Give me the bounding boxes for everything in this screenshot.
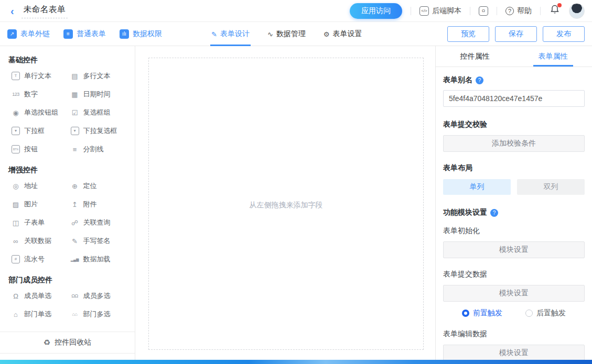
control-multi-select[interactable]: ▾下拉复选框: [71, 126, 130, 136]
post-trigger-radio[interactable]: 后置触发: [525, 308, 566, 318]
help-label: 帮助: [517, 6, 532, 16]
radio-icon: ◉: [12, 108, 20, 117]
control-department-multi[interactable]: ⌂⌂部门多选: [71, 310, 130, 319]
tab-form-design[interactable]: ✎ 表单设计: [211, 22, 250, 46]
mode-external-link[interactable]: ↗ 表单外链: [7, 29, 50, 39]
control-attachment[interactable]: ↥附件: [71, 200, 130, 209]
backend-script-button[interactable]: </> 后端脚本: [419, 6, 461, 16]
back-icon[interactable]: ‹: [10, 6, 14, 16]
mode-normal-form[interactable]: ≡ 普通表单: [63, 29, 106, 39]
control-sub-form[interactable]: ◫子表单: [12, 218, 71, 227]
tab-form-settings[interactable]: ⚙ 表单设置: [324, 22, 362, 46]
control-member-single[interactable]: Ω成员单选: [12, 291, 71, 301]
enhanced-controls-grid: ◎地址 ⊕定位 ▨图片 ↥附件 ◫子表单 ☍关联查询 ∞关联数据 ✎手写签名 #…: [0, 180, 135, 273]
toolbar: ↗ 表单外链 ≡ 普通表单 ılı 数据权限 ✎ 表单设计 ∿ 数据管理 ⚙ 表…: [0, 22, 592, 46]
form-title[interactable]: 未命名表单: [21, 3, 68, 18]
people-icon: ΩΩ: [71, 292, 79, 300]
app-access-button[interactable]: 应用访问: [350, 3, 402, 19]
member-controls-grid: Ω成员单选 ΩΩ成员多选 ⌂部门单选 ⌂⌂部门多选: [0, 290, 135, 328]
code-icon: </>: [419, 6, 429, 16]
recycle-icon: ♻: [44, 338, 50, 347]
help-icon: ?: [505, 7, 514, 15]
alias-help-icon[interactable]: ?: [476, 76, 483, 84]
person-icon: Ω: [12, 292, 20, 300]
layout-double-column-button[interactable]: 双列: [517, 179, 585, 195]
section-title-member-controls: 部门成员控件: [0, 273, 135, 290]
document-icon: ≡: [63, 29, 73, 39]
top-bar: ‹ 未命名表单 应用访问 </> 后端脚本 Ω ? 帮助: [0, 0, 592, 22]
chart-icon: ▂▄▆: [71, 255, 79, 263]
form-init-module-button[interactable]: 模块设置: [443, 241, 585, 258]
control-image[interactable]: ▨图片: [12, 200, 71, 209]
calendar-icon: ▦: [71, 90, 79, 98]
center-tabs: ✎ 表单设计 ∿ 数据管理 ⚙ 表单设置: [211, 22, 362, 46]
control-radio-group[interactable]: ◉单选按钮组: [12, 108, 71, 117]
help-button[interactable]: ? 帮助: [505, 6, 532, 16]
drop-zone[interactable]: 从左侧拖拽来添加字段: [148, 58, 424, 350]
add-validation-button[interactable]: 添加校验条件: [443, 135, 585, 152]
single-line-text-icon: T: [12, 72, 20, 80]
form-canvas[interactable]: 从左侧拖拽来添加字段: [135, 46, 435, 360]
upload-icon: ↥: [71, 200, 79, 208]
section-title-basic-controls: 基础控件: [0, 53, 135, 70]
mode-data-permission[interactable]: ılı 数据权限: [120, 29, 162, 39]
separator: [411, 7, 411, 15]
panel-body: 表单别名 ? 表单提交校验 添加校验条件 表单布局 单列 双列 功能模块设置 ?…: [436, 67, 592, 360]
control-serial-number[interactable]: #流水号: [12, 255, 71, 264]
control-select[interactable]: ▾下拉框: [12, 126, 71, 136]
tab-control-properties[interactable]: 控件属性: [436, 46, 514, 67]
layout-segment: 单列 双列: [443, 179, 585, 195]
form-edit-module-button[interactable]: 模块设置: [443, 345, 585, 360]
control-number[interactable]: 123数字: [12, 90, 71, 99]
form-init-label: 表单初始化: [443, 226, 585, 236]
data-management-icon: ∿: [267, 30, 273, 38]
layout-single-column-button[interactable]: 单列: [443, 179, 511, 195]
properties-panel: 控件属性 表单属性 表单别名 ? 表单提交校验 添加校验条件 表单布局 单列 双…: [435, 46, 592, 360]
control-member-multi[interactable]: ΩΩ成员多选: [71, 291, 130, 301]
department-icon: ⌂: [12, 310, 20, 318]
form-alias-input[interactable]: [443, 90, 585, 107]
radio-selected-icon: [462, 310, 469, 317]
form-settings-icon: ⚙: [324, 30, 330, 38]
control-single-line-text[interactable]: T单行文本: [12, 71, 71, 81]
pre-trigger-radio[interactable]: 前置触发: [462, 308, 502, 318]
form-submit-module-button[interactable]: 模块设置: [443, 285, 585, 302]
user-avatar[interactable]: [569, 3, 585, 19]
form-design-icon: ✎: [211, 30, 217, 38]
control-multi-line-text[interactable]: ▤多行文本: [71, 71, 130, 81]
tab-label: 表单设置: [332, 29, 362, 39]
separator: [540, 7, 541, 15]
module-settings-help-icon[interactable]: ?: [490, 209, 498, 217]
form-submit-trigger-group: 前置触发 后置触发: [443, 308, 585, 318]
form-designer-page: ‹ 未命名表单 应用访问 </> 后端脚本 Ω ? 帮助 ↗: [0, 0, 592, 364]
address-book-button[interactable]: Ω: [479, 6, 488, 16]
control-button[interactable]: BTN按钮: [12, 145, 71, 154]
control-datetime[interactable]: ▦日期时间: [71, 90, 130, 99]
control-recycle-bin[interactable]: ♻ 控件回收站: [0, 332, 135, 354]
save-button[interactable]: 保存: [495, 26, 537, 42]
control-address[interactable]: ◎地址: [12, 181, 71, 191]
notification-bell-button[interactable]: [550, 5, 559, 17]
radio-unselected-icon: [525, 310, 533, 317]
number-icon: 123: [12, 90, 20, 98]
control-signature[interactable]: ✎手写签名: [71, 236, 130, 246]
control-divider[interactable]: ≡分割线: [71, 145, 130, 154]
recycle-label: 控件回收站: [55, 338, 91, 347]
backend-script-label: 后端脚本: [432, 6, 461, 16]
canvas-placeholder: 从左侧拖拽来添加字段: [149, 201, 423, 210]
section-title-enhanced-controls: 增强控件: [0, 163, 135, 180]
serial-number-icon: #: [12, 255, 20, 263]
control-checkbox-group[interactable]: ☑复选框组: [71, 108, 130, 117]
panel-tabs: 控件属性 表单属性: [436, 46, 592, 67]
preview-button[interactable]: 预览: [447, 26, 489, 42]
tab-data-management[interactable]: ∿ 数据管理: [267, 22, 306, 46]
control-related-query[interactable]: ☍关联查询: [71, 218, 130, 227]
publish-button[interactable]: 发布: [543, 26, 585, 42]
notification-badge: [557, 3, 562, 7]
control-related-data[interactable]: ∞关联数据: [12, 236, 71, 246]
tab-form-properties[interactable]: 表单属性: [514, 46, 592, 67]
control-data-load[interactable]: ▂▄▆数据加载: [71, 255, 130, 264]
pen-icon: ✎: [71, 237, 79, 245]
control-location[interactable]: ⊕定位: [71, 181, 130, 191]
control-department-single[interactable]: ⌂部门单选: [12, 310, 71, 319]
